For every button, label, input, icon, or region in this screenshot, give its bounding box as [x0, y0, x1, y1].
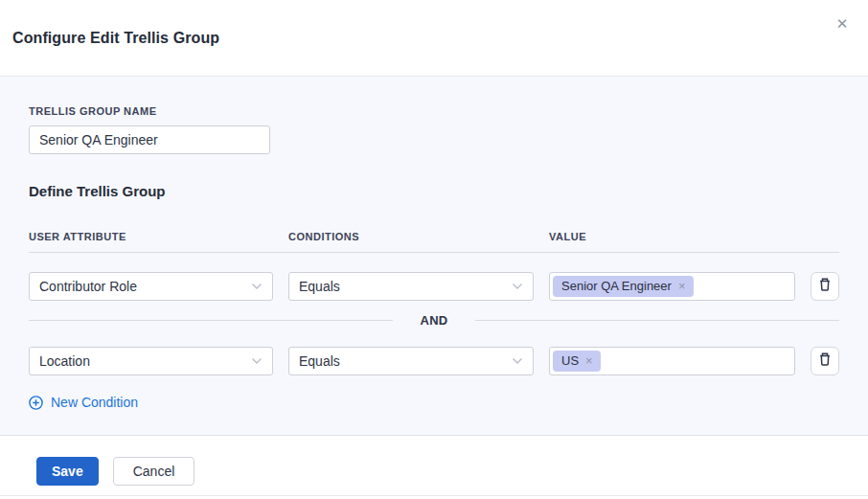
user-attribute-column-header: USER ATTRIBUTE [29, 231, 273, 242]
trash-icon [817, 352, 833, 371]
value-tag-label: US [561, 353, 579, 368]
value-tag: Senior QA Engineer × [553, 276, 694, 297]
new-condition-label: New Condition [51, 395, 138, 410]
condition-row-1: Contributor Role Equals Senior QA Engine… [29, 272, 839, 301]
chevron-down-icon [251, 357, 263, 365]
value-column-header: VALUE [549, 231, 795, 242]
cancel-button[interactable]: Cancel [113, 457, 195, 486]
delete-condition-button-2[interactable] [811, 347, 839, 375]
trash-icon [817, 277, 833, 296]
new-condition-button[interactable]: New Condition [29, 395, 138, 410]
modal-title: Configure Edit Trellis Group [12, 30, 219, 47]
modal-body: TRELLIS GROUP NAME Define Trellis Group … [0, 77, 868, 436]
delete-condition-button-1[interactable] [811, 272, 839, 301]
value-field-1[interactable]: Senior QA Engineer × [549, 272, 795, 301]
chevron-down-icon [251, 283, 263, 290]
header-divider [29, 252, 839, 253]
modal-header: Configure Edit Trellis Group ✕ [0, 0, 868, 77]
tag-remove-icon[interactable]: × [678, 280, 686, 292]
define-trellis-group-heading: Define Trellis Group [29, 183, 839, 199]
close-icon[interactable]: ✕ [832, 13, 853, 34]
chevron-down-icon [512, 283, 523, 290]
condition-select-1[interactable]: Equals [288, 272, 534, 301]
save-button[interactable]: Save [36, 457, 99, 486]
condition-row-2: Location Equals US × [29, 347, 839, 375]
plus-circle-icon [29, 396, 43, 410]
and-label: AND [393, 313, 474, 328]
condition-select-2[interactable]: Equals [288, 347, 534, 375]
value-tag-label: Senior QA Engineer [561, 279, 672, 293]
value-field-2[interactable]: US × [549, 347, 795, 375]
modal-footer: Save Cancel [0, 436, 868, 499]
trellis-group-name-input[interactable] [29, 125, 270, 154]
value-tag: US × [553, 351, 601, 372]
user-attribute-value-1: Contributor Role [39, 279, 137, 294]
chevron-down-icon [512, 357, 523, 365]
user-attribute-value-2: Location [39, 353, 90, 369]
user-attribute-select-1[interactable]: Contributor Role [29, 272, 273, 301]
user-attribute-select-2[interactable]: Location [29, 347, 273, 375]
tag-remove-icon[interactable]: × [585, 354, 593, 367]
condition-value-2: Equals [299, 353, 340, 369]
trellis-group-name-label: TRELLIS GROUP NAME [29, 105, 839, 117]
separator-line [475, 320, 839, 321]
configure-trellis-group-modal: Configure Edit Trellis Group ✕ TRELLIS G… [0, 0, 868, 499]
separator-line [29, 320, 393, 321]
condition-value-1: Equals [299, 279, 340, 294]
and-separator: AND [29, 312, 839, 328]
condition-column-headers: USER ATTRIBUTE CONDITIONS VALUE [29, 231, 839, 242]
conditions-column-header: CONDITIONS [288, 231, 534, 242]
